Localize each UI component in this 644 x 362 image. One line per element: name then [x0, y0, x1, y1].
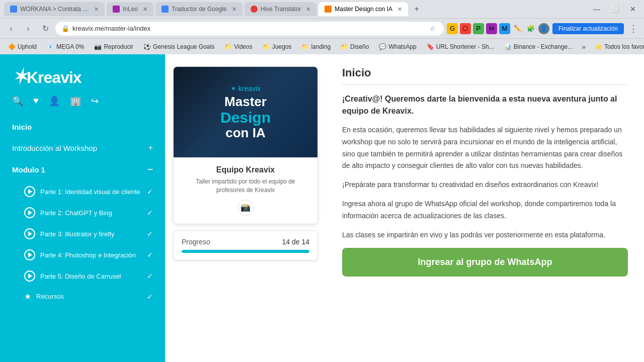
address-bar: ‹ › ↻ 🔒 kreavix.me/master-ia/index ☆ G ⬡… [0, 18, 644, 38]
bookmark-uphold[interactable]: 🔶 Uphold [4, 42, 41, 52]
bookmark-binance-label: Binance - Exchange... [514, 43, 573, 50]
ext-google-icon[interactable]: G [447, 23, 458, 34]
module-1-header[interactable]: Modulo 1 − [0, 158, 165, 181]
bookmark-star-icon[interactable]: ☆ [428, 24, 438, 34]
play-lesson-4[interactable] [24, 249, 35, 260]
bookmark-mega[interactable]: 📧 MEGA 0% [43, 42, 88, 52]
lesson-item-5[interactable]: Parte 5: Diseño de Carrusel ✓ [0, 265, 165, 287]
tab-close-workana[interactable]: ✕ [94, 6, 99, 13]
play-lesson-1[interactable] [24, 186, 35, 197]
tab-label-translate: Traductor de Google [172, 6, 227, 13]
ext-purple-icon[interactable]: H [486, 23, 497, 34]
course-card: ✶ kreavix MasterDesigncon IA Equipo Krea… [173, 66, 318, 224]
lock-icon: 🔒 [61, 25, 69, 32]
bookmark-reproducir[interactable]: 📷 Reproducir [90, 42, 137, 52]
window-controls: — ⬜ ✕ [590, 2, 640, 16]
more-bookmarks-button[interactable]: » [579, 41, 589, 52]
tab-label-master: Master Design con IA [335, 6, 392, 13]
bookmark-genesis-icon: ⚽ [143, 43, 151, 50]
back-button[interactable]: ‹ [4, 22, 18, 36]
forward-button[interactable]: › [21, 22, 35, 36]
finalize-update-button[interactable]: Finalizar actualización [552, 23, 624, 34]
tab-bar: WORKANA > Contrata freel... ✕ InLeo ✕ Tr… [0, 0, 644, 18]
search-icon[interactable]: 🔍 [12, 96, 23, 107]
play-lesson-2[interactable] [24, 207, 35, 218]
body-paragraph-2: ¡Prepárate para transformar tu creativid… [342, 179, 628, 191]
progress-header: Progreso 14 de 14 [182, 238, 309, 246]
new-tab-button[interactable]: + [410, 3, 423, 16]
bookmark-url-icon: 🔖 [427, 43, 434, 50]
profile-icon[interactable]: 👤 [49, 96, 60, 107]
ext-red-icon[interactable]: ⬡ [460, 23, 471, 34]
sidebar-item-intro[interactable]: Introducción al Workshop + [0, 137, 165, 158]
url-action-icons: ☆ [428, 24, 438, 34]
lesson-item-2[interactable]: Parte 2: ChatGPT y Bing ✓ [0, 202, 165, 223]
tab-close-inleo[interactable]: ✕ [143, 6, 147, 13]
progress-bar-background [182, 250, 309, 253]
instagram-link[interactable]: 📸 [237, 200, 254, 216]
bookmark-juegos[interactable]: 📁 Juegos [259, 42, 296, 52]
bookmark-juegos-icon: 📁 [263, 43, 270, 50]
ext-profile-icon[interactable]: 👤 [538, 23, 549, 34]
tab-close-hive[interactable]: ✕ [306, 6, 310, 13]
community-icon[interactable]: 🏢 [70, 96, 81, 107]
bookmark-diseno[interactable]: 📁 Diseño [337, 42, 373, 52]
reload-button[interactable]: ↻ [38, 22, 52, 36]
logout-icon[interactable]: ↪ [91, 96, 99, 107]
url-bar[interactable]: 🔒 kreavix.me/master-ia/index ☆ [55, 22, 444, 36]
body-paragraph-1: En esta ocasión, queremos llevar tus hab… [342, 124, 628, 172]
bookmark-videos[interactable]: 📁 Videos [220, 42, 256, 52]
tab-workana[interactable]: WORKANA > Contrata freel... ✕ [4, 2, 105, 16]
favorites-icon[interactable]: ♥ [33, 96, 39, 107]
course-info: Equipo Kreavix Taller impartido por todo… [174, 157, 317, 224]
content-right: Inicio ¡Creativ@! Queremos darte la bien… [326, 54, 644, 362]
brand-logo: ✶Kreavix [12, 66, 153, 87]
tab-inleo[interactable]: InLeo ✕ [107, 2, 153, 16]
bookmark-juegos-label: Juegos [272, 43, 292, 50]
url-text: kreavix.me/master-ia/index [72, 25, 150, 32]
play-lesson-5[interactable] [24, 270, 35, 282]
tab-translate[interactable]: Traductor de Google ✕ [155, 2, 243, 16]
lesson-item-3[interactable]: Parte 3: Illustrator y firefly ✓ [0, 223, 165, 244]
play-lesson-3[interactable] [24, 228, 35, 239]
star-icon: ★ [24, 292, 31, 301]
resources-item[interactable]: ★ Recursos ✓ [0, 287, 165, 306]
check-lesson-3: ✓ [147, 230, 153, 238]
minimize-button[interactable]: — [590, 2, 604, 16]
tab-label-workana: WORKANA > Contrata freel... [20, 6, 89, 13]
bookmark-landing-icon: 📁 [301, 43, 309, 50]
lesson-item-4[interactable]: Parte 4: Photoshop e Integración ✓ [0, 244, 165, 265]
bookmark-all-label: Todos los favoritos [604, 43, 644, 50]
ext-blue-icon[interactable]: M [499, 23, 510, 34]
page-content: ✶Kreavix 🔍 ♥ 👤 🏢 ↪ Inicio Introducción a… [0, 54, 644, 362]
bookmark-binance[interactable]: 📊 Binance - Exchange... [500, 42, 577, 52]
chrome-menu-button[interactable]: ⋮ [627, 23, 640, 34]
check-lesson-4: ✓ [147, 251, 153, 259]
ext-pen-icon[interactable]: ✏️ [512, 23, 523, 34]
bookmark-url-shortener[interactable]: 🔖 URL Shortener - Sh... [423, 42, 498, 52]
expand-intro-icon: + [148, 143, 153, 152]
bookmark-videos-label: Videos [234, 43, 252, 50]
bookmark-landing[interactable]: 📁 landing [297, 42, 335, 52]
tab-favicon-inleo [113, 6, 120, 13]
bookmark-all-favorites[interactable]: ⭐ Todos los favoritos [591, 42, 644, 52]
bookmark-reproducir-label: Reproducir [104, 43, 133, 50]
sidebar-item-inicio[interactable]: Inicio [0, 117, 165, 137]
sidebar-navigation: Inicio Introducción al Workshop + Modulo… [0, 117, 165, 306]
maximize-button[interactable]: ⬜ [608, 2, 622, 16]
ext-puzzle-icon[interactable]: 🧩 [525, 23, 536, 34]
bookmark-url-label: URL Shortener - Sh... [436, 43, 494, 50]
close-button[interactable]: ✕ [626, 2, 640, 16]
tab-close-translate[interactable]: ✕ [232, 6, 236, 13]
ext-green-icon[interactable]: P [473, 23, 484, 34]
bookmark-uphold-label: Uphold [18, 43, 37, 50]
bookmark-mega-label: MEGA 0% [56, 43, 84, 50]
tab-master[interactable]: Master Design con IA ✕ [318, 2, 408, 16]
bookmark-whatsapp[interactable]: 💬 WhatsApp [375, 42, 420, 52]
bookmark-genesis[interactable]: ⚽ Genesis League Goals [139, 42, 218, 52]
bookmark-binance-icon: 📊 [504, 43, 512, 50]
tab-close-master[interactable]: ✕ [397, 6, 402, 13]
lesson-item-1[interactable]: Parte 1: Identidad visual de cliente ✓ [0, 181, 165, 202]
tab-hive[interactable]: Hive Translator ✕ [245, 2, 317, 16]
whatsapp-group-button[interactable]: Ingresar al grupo de WhatsApp [342, 248, 628, 277]
